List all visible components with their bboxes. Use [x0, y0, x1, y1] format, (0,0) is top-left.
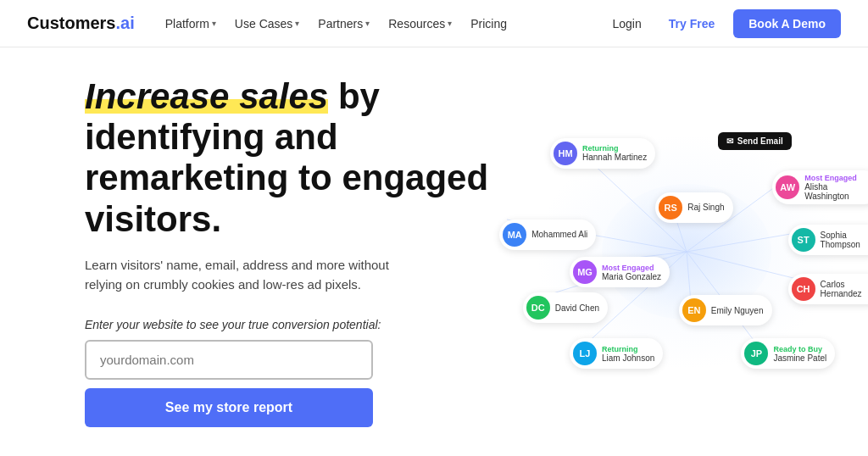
logo-customers-text: Customers	[27, 14, 115, 33]
visitor-tag: Ready to Buy	[773, 345, 826, 353]
visitor-info: Sophia Thompson	[821, 231, 868, 249]
visitor-info: Returning Hannah Martinez	[582, 144, 647, 162]
domain-input[interactable]	[85, 340, 373, 380]
visitor-info: Carlos Hernandez	[821, 280, 868, 298]
visitor-avatar: EN	[682, 298, 706, 322]
nav-resources[interactable]: Resources ▾	[381, 12, 459, 36]
chevron-down-icon: ▾	[448, 19, 452, 28]
nav-links: Platform ▾ Use Cases ▾ Partners ▾ Resour…	[159, 12, 514, 36]
book-demo-button[interactable]: Book A Demo	[733, 9, 841, 38]
visitor-name: Emily Nguyen	[711, 306, 764, 315]
visitor-node: AW Most Engaged Alisha Washington	[772, 170, 868, 204]
visitor-node: JP Ready to Buy Jasmine Patel	[741, 338, 835, 369]
chevron-down-icon: ▾	[365, 19, 370, 28]
visitor-node: HM Returning Hannah Martinez	[550, 138, 655, 169]
visitor-avatar: ST	[792, 228, 815, 252]
nav-pricing[interactable]: Pricing	[464, 12, 514, 36]
chevron-down-icon: ▾	[212, 19, 216, 28]
try-free-button[interactable]: Try Free	[660, 12, 723, 36]
visitor-info: Raj Singh	[687, 203, 724, 212]
hero-headline: Increase sales by identifying and remark…	[85, 76, 492, 240]
visitor-avatar: MG	[573, 260, 597, 284]
visitor-info: Most Engaged Alisha Washington	[804, 174, 868, 201]
visitor-name: Liam Johnson	[602, 353, 654, 363]
visitor-node: EN Emily Nguyen	[679, 295, 772, 325]
visitor-avatar: AW	[776, 175, 799, 199]
visitor-info: Emily Nguyen	[711, 306, 764, 315]
visitor-node: ST Sophia Thompson	[788, 225, 868, 255]
nav-platform[interactable]: Platform ▾	[159, 12, 223, 36]
visitor-info: David Chen	[555, 303, 599, 313]
visitor-avatar: JP	[744, 342, 768, 365]
visitor-avatar: MA	[503, 223, 526, 247]
visitor-name: Hannah Martinez	[582, 153, 647, 162]
visitor-node: MG Most Engaged Maria Gonzalez	[570, 257, 670, 287]
visitor-node: RS Raj Singh	[655, 192, 732, 223]
nav-left: Customers.ai Platform ▾ Use Cases ▾ Part…	[27, 12, 514, 36]
hero-subtext: Learn visitors' name, email, address and…	[85, 255, 424, 295]
visitor-info: Ready to Buy Jasmine Patel	[773, 345, 826, 363]
visitor-node: LJ Returning Liam Johnson	[570, 338, 663, 369]
navbar: Customers.ai Platform ▾ Use Cases ▾ Part…	[0, 0, 868, 47]
visitor-name: Mohammed Ali	[531, 230, 587, 239]
send-email-node[interactable]: ✉ Send Email	[718, 132, 792, 150]
visitor-tag: Returning	[582, 144, 647, 153]
viz-container: .conn-line { stroke: #c7d9ff; stroke-wid…	[492, 116, 868, 387]
hero-section: Increase sales by identifying and remark…	[0, 47, 868, 456]
hero-input-group: See my store report	[85, 340, 373, 427]
hero-cta-label: Enter your website to see your true conv…	[85, 318, 492, 331]
nav-right: Login Try Free Book A Demo	[604, 9, 842, 38]
visitor-name: Alisha Washington	[804, 182, 868, 201]
send-email-label: Send Email	[737, 136, 783, 146]
visitor-info: Most Engaged Maria Gonzalez	[602, 264, 661, 281]
visitor-avatar: RS	[659, 196, 682, 220]
visitor-node: DC David Chen	[523, 292, 608, 323]
visitor-info: Returning Liam Johnson	[602, 345, 654, 363]
logo[interactable]: Customers.ai	[27, 14, 135, 33]
visitor-name: Jasmine Patel	[773, 353, 826, 363]
hero-left: Increase sales by identifying and remark…	[85, 76, 492, 428]
visitor-name: Raj Singh	[687, 203, 724, 212]
chevron-down-icon: ▾	[295, 19, 299, 28]
visitor-name: Sophia Thompson	[821, 231, 868, 249]
hero-right: .conn-line { stroke: #c7d9ff; stroke-wid…	[492, 99, 868, 404]
visitor-avatar: HM	[554, 142, 577, 165]
nav-use-cases[interactable]: Use Cases ▾	[228, 12, 306, 36]
visitor-name: Maria Gonzalez	[602, 272, 661, 281]
visitor-avatar: DC	[526, 296, 550, 320]
logo-ai-text: .ai	[115, 14, 134, 33]
visitor-info: Mohammed Ali	[531, 230, 587, 239]
headline-highlighted: Increase sales	[85, 76, 328, 118]
visitor-tag: Most Engaged	[804, 174, 868, 182]
login-button[interactable]: Login	[604, 12, 650, 36]
store-report-button[interactable]: See my store report	[85, 388, 373, 427]
visitor-node: CH Carlos Hernandez	[788, 274, 868, 304]
send-icon: ✉	[726, 136, 733, 146]
visitor-name: David Chen	[555, 303, 599, 313]
visitor-avatar: CH	[792, 277, 815, 301]
visitor-tag: Returning	[602, 345, 654, 353]
visitor-node: MA Mohammed Ali	[499, 220, 596, 250]
visitor-avatar: LJ	[573, 342, 597, 365]
visitor-tag: Most Engaged	[602, 264, 661, 272]
nav-partners[interactable]: Partners ▾	[311, 12, 376, 36]
visitor-name: Carlos Hernandez	[821, 280, 868, 298]
